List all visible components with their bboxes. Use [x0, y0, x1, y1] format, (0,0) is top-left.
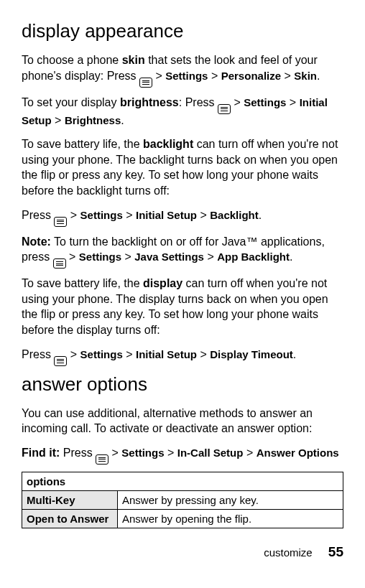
find-it-label: Find it: [22, 447, 60, 459]
bold-skin: skin [122, 54, 145, 66]
menu-display-timeout: Display Timeout [210, 348, 293, 360]
sep: > [243, 447, 256, 459]
menu-java-settings: Java Settings [134, 251, 204, 263]
footer-page-number: 55 [328, 544, 343, 559]
sep: > [197, 209, 210, 221]
option-name: Open to Answer [22, 509, 118, 528]
text: Press [60, 447, 96, 459]
paragraph-backlight-path: Press > Settings > Initial Setup > Backl… [22, 207, 343, 225]
text: Press [22, 209, 54, 221]
period: . [293, 348, 296, 360]
menu-settings: Settings [244, 96, 286, 108]
sep: > [165, 447, 177, 459]
page-footer: customize 55 [22, 544, 343, 560]
sep: > [208, 70, 221, 82]
table-header-row: options [22, 472, 343, 490]
menu-answer-options: Answer Options [257, 447, 339, 459]
sep: > [231, 96, 244, 108]
paragraph-display-path: Press > Settings > Initial Setup > Displ… [22, 347, 343, 365]
heading-answer-options: answer options [22, 373, 343, 396]
period: . [259, 209, 262, 221]
menu-icon [96, 454, 108, 465]
bold-backlight: backlight [143, 138, 193, 150]
menu-skin: Skin [294, 70, 317, 82]
menu-icon [54, 356, 67, 366]
menu-personalize: Personalize [221, 70, 281, 82]
sep: > [286, 96, 299, 108]
sep: > [66, 251, 79, 263]
paragraph-backlight-intro: To save battery life, the backlight can … [22, 136, 343, 198]
menu-backlight: Backlight [210, 209, 259, 221]
paragraph-find-it: Find it: Press > Settings > In-Call Setu… [22, 445, 343, 463]
menu-incall-setup: In-Call Setup [177, 447, 244, 459]
menu-initial-setup: Initial Setup [136, 348, 197, 360]
footer-section: customize [264, 546, 313, 559]
period: . [317, 70, 320, 82]
sep: > [52, 114, 65, 126]
menu-settings: Settings [79, 251, 121, 263]
options-table: options Multi-Key Answer by pressing any… [22, 472, 343, 528]
sep: > [204, 251, 217, 263]
menu-brightness: Brightness [65, 114, 121, 126]
menu-icon [218, 104, 231, 114]
menu-icon [53, 258, 66, 269]
text: To save battery life, the [22, 138, 143, 150]
heading-display-appearance: display appearance [22, 20, 343, 42]
paragraph-note-java: Note: To turn the backlight on or off fo… [22, 234, 343, 268]
sep: > [123, 348, 136, 360]
menu-initial-setup: Initial Setup [136, 209, 197, 221]
bold-brightness: brightness [120, 96, 179, 108]
period: . [290, 251, 292, 263]
paragraph-skin: To choose a phone skin that sets the loo… [22, 52, 343, 86]
text: To choose a phone [22, 54, 122, 66]
option-desc: Answer by pressing any key. [118, 490, 343, 509]
menu-settings: Settings [80, 209, 123, 221]
paragraph-answer-intro: You can use additional, alternative meth… [22, 406, 343, 437]
menu-settings: Settings [165, 70, 208, 82]
text: To set your display [22, 96, 120, 108]
note-label: Note: [22, 235, 51, 248]
sep: > [108, 447, 121, 459]
sep: > [67, 348, 80, 360]
menu-icon [139, 78, 152, 88]
text: : Press [179, 96, 218, 108]
menu-app-backlight: App Backlight [217, 251, 290, 263]
sep: > [152, 70, 165, 82]
text: To save battery life, the [22, 277, 143, 289]
table-header: options [22, 472, 343, 490]
sep: > [121, 251, 134, 263]
bold-display: display [143, 277, 182, 289]
text: Press [22, 348, 54, 360]
paragraph-display-intro: To save battery life, the display can tu… [22, 276, 343, 337]
sep: > [123, 209, 136, 221]
option-name: Multi-Key [22, 490, 118, 509]
paragraph-brightness: To set your display brightness: Press > … [22, 95, 343, 129]
menu-icon [54, 217, 67, 227]
sep: > [281, 70, 294, 82]
table-row: Open to Answer Answer by opening the fli… [22, 509, 343, 528]
sep: > [197, 348, 210, 360]
menu-settings: Settings [80, 348, 123, 360]
period: . [121, 114, 124, 126]
table-row: Multi-Key Answer by pressing any key. [22, 490, 343, 509]
option-desc: Answer by opening the flip. [118, 509, 343, 528]
menu-settings: Settings [121, 447, 164, 459]
sep: > [67, 209, 80, 221]
